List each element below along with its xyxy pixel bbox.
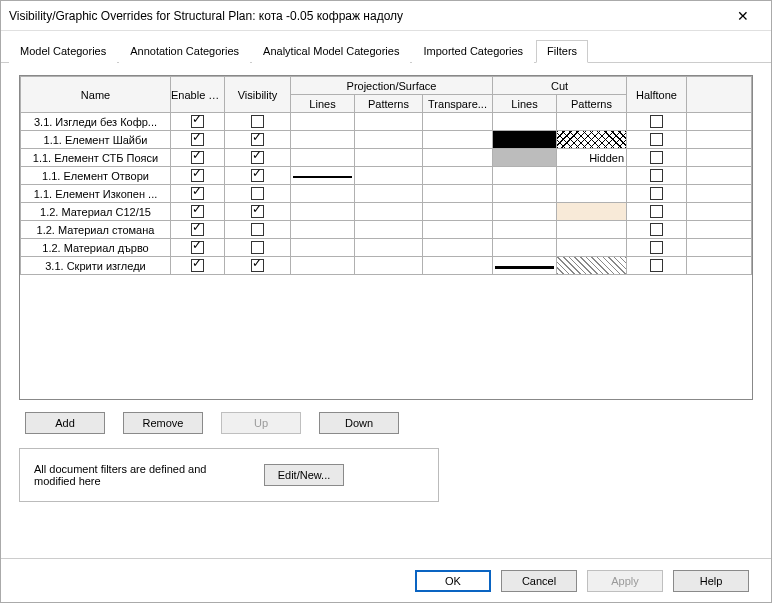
cell[interactable] <box>171 203 225 221</box>
cell[interactable] <box>355 113 423 131</box>
cell[interactable] <box>423 131 493 149</box>
help-button[interactable]: Help <box>673 570 749 592</box>
cell[interactable] <box>493 113 557 131</box>
halftone-checkbox[interactable] <box>650 151 663 164</box>
cell[interactable] <box>557 185 627 203</box>
header-enable-filter[interactable]: Enable Filter <box>171 77 225 113</box>
cancel-button[interactable]: Cancel <box>501 570 577 592</box>
halftone-checkbox[interactable] <box>650 223 663 236</box>
up-button[interactable]: Up <box>221 412 301 434</box>
visibility-checkbox[interactable] <box>251 259 264 272</box>
header-visibility[interactable]: Visibility <box>225 77 291 113</box>
cell[interactable] <box>291 203 355 221</box>
cell[interactable] <box>557 131 627 149</box>
halftone-checkbox[interactable] <box>650 259 663 272</box>
cell[interactable] <box>355 185 423 203</box>
enable-filter-checkbox[interactable] <box>191 169 204 182</box>
cell[interactable] <box>423 185 493 203</box>
cell[interactable] <box>423 203 493 221</box>
cell[interactable] <box>627 221 687 239</box>
filter-name-cell[interactable]: 1.1. Елемент Отвори <box>21 167 171 185</box>
visibility-checkbox[interactable] <box>251 241 264 254</box>
cell[interactable] <box>493 185 557 203</box>
cell[interactable] <box>627 149 687 167</box>
table-row[interactable]: 1.1. Елемент СТБ ПоясиHidden <box>21 149 752 167</box>
header-name[interactable]: Name <box>21 77 171 113</box>
table-row[interactable]: 3.1. Скрити изгледи <box>21 257 752 275</box>
cell[interactable] <box>493 149 557 167</box>
cell[interactable] <box>225 131 291 149</box>
visibility-checkbox[interactable] <box>251 223 264 236</box>
cell[interactable] <box>557 113 627 131</box>
cell[interactable] <box>557 257 627 275</box>
table-row[interactable]: 1.2. Материал C12/15 <box>21 203 752 221</box>
cell[interactable] <box>493 221 557 239</box>
close-icon[interactable]: ✕ <box>723 2 763 30</box>
header-cut-patterns[interactable]: Patterns <box>557 95 627 113</box>
cell[interactable] <box>355 131 423 149</box>
cell[interactable] <box>557 239 627 257</box>
visibility-checkbox[interactable] <box>251 133 264 146</box>
table-row[interactable]: 1.2. Материал дърво <box>21 239 752 257</box>
filter-name-cell[interactable]: 3.1. Скрити изгледи <box>21 257 171 275</box>
cell[interactable] <box>225 239 291 257</box>
cell[interactable] <box>627 239 687 257</box>
filter-name-cell[interactable]: 1.2. Материал стомана <box>21 221 171 239</box>
cell[interactable] <box>291 131 355 149</box>
cell[interactable] <box>291 149 355 167</box>
header-cut-lines[interactable]: Lines <box>493 95 557 113</box>
enable-filter-checkbox[interactable] <box>191 259 204 272</box>
down-button[interactable]: Down <box>319 412 399 434</box>
cell[interactable] <box>423 239 493 257</box>
header-proj-patterns[interactable]: Patterns <box>355 95 423 113</box>
cell[interactable] <box>557 221 627 239</box>
cell[interactable] <box>627 131 687 149</box>
header-proj-lines[interactable]: Lines <box>291 95 355 113</box>
cell[interactable] <box>493 239 557 257</box>
pattern-swatch[interactable] <box>557 203 626 220</box>
tab-filters[interactable]: Filters <box>536 40 588 63</box>
visibility-checkbox[interactable] <box>251 169 264 182</box>
tab-analytical-model-categories[interactable]: Analytical Model Categories <box>252 40 410 63</box>
cell[interactable] <box>171 149 225 167</box>
cell[interactable] <box>171 131 225 149</box>
visibility-checkbox[interactable] <box>251 115 264 128</box>
cell[interactable] <box>355 167 423 185</box>
tab-model-categories[interactable]: Model Categories <box>9 40 117 63</box>
cell[interactable] <box>355 257 423 275</box>
halftone-checkbox[interactable] <box>650 241 663 254</box>
visibility-checkbox[interactable] <box>251 187 264 200</box>
cell[interactable] <box>225 149 291 167</box>
cell[interactable] <box>423 257 493 275</box>
table-row[interactable]: 1.2. Материал стомана <box>21 221 752 239</box>
cell[interactable] <box>493 167 557 185</box>
pattern-swatch[interactable] <box>557 257 626 274</box>
filter-name-cell[interactable]: 1.1. Елемент Изкопен ... <box>21 185 171 203</box>
cell[interactable] <box>225 221 291 239</box>
tab-annotation-categories[interactable]: Annotation Categories <box>119 40 250 63</box>
cell[interactable] <box>423 113 493 131</box>
enable-filter-checkbox[interactable] <box>191 223 204 236</box>
cell[interactable] <box>225 167 291 185</box>
pattern-swatch[interactable] <box>493 149 556 166</box>
cell[interactable] <box>627 185 687 203</box>
filter-name-cell[interactable]: 3.1. Изгледи без Кофр... <box>21 113 171 131</box>
cell[interactable] <box>423 167 493 185</box>
add-button[interactable]: Add <box>25 412 105 434</box>
cell[interactable] <box>171 221 225 239</box>
edit-new-button[interactable]: Edit/New... <box>264 464 344 486</box>
header-cut[interactable]: Cut <box>493 77 627 95</box>
header-projection-surface[interactable]: Projection/Surface <box>291 77 493 95</box>
cell[interactable] <box>291 185 355 203</box>
filter-name-cell[interactable]: 1.2. Материал дърво <box>21 239 171 257</box>
table-row[interactable]: 3.1. Изгледи без Кофр... <box>21 113 752 131</box>
table-row[interactable]: 1.1. Елемент Отвори <box>21 167 752 185</box>
cell[interactable] <box>557 167 627 185</box>
enable-filter-checkbox[interactable] <box>191 151 204 164</box>
halftone-checkbox[interactable] <box>650 169 663 182</box>
cell[interactable] <box>171 185 225 203</box>
cell[interactable] <box>171 113 225 131</box>
cell[interactable] <box>291 239 355 257</box>
halftone-checkbox[interactable] <box>650 115 663 128</box>
cell[interactable] <box>355 239 423 257</box>
